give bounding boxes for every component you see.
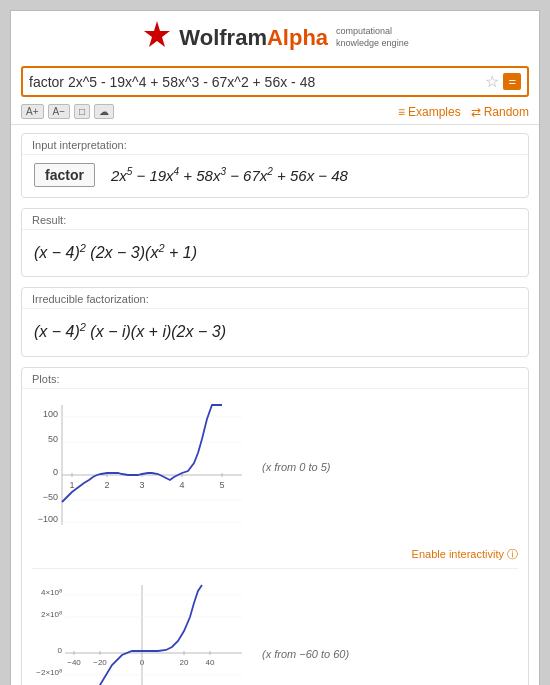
plots-label: Plots: [22, 368, 528, 389]
svg-text:0: 0 [53, 467, 58, 477]
plot2-range-label: (x from −60 to 60) [262, 648, 349, 660]
toolbar-right: ≡ Examples ⇄ Random [398, 105, 529, 119]
irreducible-expression: (x − 4)2 (x − i)(x + i)(2x − 3) [34, 317, 516, 345]
logo-alpha-text: Alpha [267, 25, 328, 51]
svg-text:−40: −40 [67, 658, 81, 667]
svg-text:4: 4 [179, 480, 184, 490]
toolbar-btn-plain[interactable]: □ [74, 104, 90, 119]
svg-text:0: 0 [58, 646, 63, 655]
plot2-area: 4×10⁸ 2×10⁸ 0 −2×10⁸ −4×10⁸ −6×10⁸ −40 −… [32, 575, 518, 685]
list-icon: ≡ [398, 105, 405, 119]
plot1-range-label: (x from 0 to 5) [262, 461, 330, 473]
search-bar: ☆ = [21, 66, 529, 97]
enable-interactivity-1[interactable]: Enable interactivity [22, 545, 528, 568]
irreducible-card: Irreducible factorization: (x − 4)2 (x −… [21, 287, 529, 356]
bookmark-icon[interactable]: ☆ [485, 72, 499, 91]
toolbar-btn-increase[interactable]: A+ [21, 104, 44, 119]
wolfram-star-icon [141, 19, 173, 56]
input-body: factor 2x5 − 19x4 + 58x3 − 67x2 + 56x − … [22, 155, 528, 197]
svg-text:2: 2 [104, 480, 109, 490]
logo-tagline: computational knowledge engine [336, 26, 409, 49]
result-body: (x − 4)2 (2x − 3)(x2 + 1) [22, 230, 528, 276]
svg-text:1: 1 [69, 480, 74, 490]
irreducible-label: Irreducible factorization: [22, 288, 528, 309]
result-expression: (x − 4)2 (2x − 3)(x2 + 1) [34, 238, 516, 266]
irreducible-body: (x − 4)2 (x − i)(x + i)(2x − 3) [22, 309, 528, 355]
plot2-svg: 4×10⁸ 2×10⁸ 0 −2×10⁸ −4×10⁸ −6×10⁸ −40 −… [32, 575, 252, 685]
factor-box: factor [34, 163, 95, 187]
input-interpretation: factor 2x5 − 19x4 + 58x3 − 67x2 + 56x − … [34, 163, 516, 187]
toolbar-left: A+ A− □ ☁ [21, 104, 114, 119]
search-input[interactable] [29, 74, 485, 90]
svg-text:−100: −100 [38, 514, 58, 524]
svg-text:−50: −50 [43, 492, 58, 502]
result-label: Result: [22, 209, 528, 230]
svg-text:100: 100 [43, 409, 58, 419]
svg-text:−2×10⁸: −2×10⁸ [36, 668, 62, 677]
svg-text:−20: −20 [93, 658, 107, 667]
random-link[interactable]: ⇄ Random [471, 105, 529, 119]
plot1-wrapper: 100 50 0 −50 −100 1 2 3 4 5 [22, 389, 528, 545]
svg-text:50: 50 [48, 434, 58, 444]
plot1-area: 100 50 0 −50 −100 1 2 3 4 5 [32, 395, 518, 539]
header: WolframAlpha computational knowledge eng… [11, 11, 539, 60]
search-icons: ☆ = [485, 72, 521, 91]
toolbar-btn-cloud[interactable]: ☁ [94, 104, 114, 119]
toolbar-btn-decrease[interactable]: A− [48, 104, 71, 119]
go-button[interactable]: = [503, 73, 521, 90]
svg-text:20: 20 [180, 658, 189, 667]
examples-link[interactable]: ≡ Examples [398, 105, 461, 119]
main-container: WolframAlpha computational knowledge eng… [10, 10, 540, 685]
plots-card: Plots: 100 50 0 −50 −100 [21, 367, 529, 685]
search-bar-container: ☆ = [11, 60, 539, 101]
input-expression: 2x5 − 19x4 + 58x3 − 67x2 + 56x − 48 [111, 166, 348, 184]
result-card: Result: (x − 4)2 (2x − 3)(x2 + 1) [21, 208, 529, 277]
logo: WolframAlpha computational knowledge eng… [141, 19, 408, 56]
svg-text:3: 3 [139, 480, 144, 490]
input-interpretation-card: Input interpretation: factor 2x5 − 19x4 … [21, 133, 529, 198]
plot1-svg: 100 50 0 −50 −100 1 2 3 4 5 [32, 395, 252, 539]
shuffle-icon: ⇄ [471, 105, 481, 119]
svg-text:40: 40 [206, 658, 215, 667]
content: Input interpretation: factor 2x5 − 19x4 … [11, 125, 539, 685]
logo-wolfram-text: Wolfram [179, 25, 267, 51]
svg-text:2×10⁸: 2×10⁸ [41, 610, 62, 619]
svg-marker-0 [144, 21, 170, 47]
svg-text:5: 5 [219, 480, 224, 490]
input-label: Input interpretation: [22, 134, 528, 155]
svg-text:4×10⁸: 4×10⁸ [41, 588, 62, 597]
plot2-wrapper: 4×10⁸ 2×10⁸ 0 −2×10⁸ −4×10⁸ −6×10⁸ −40 −… [22, 569, 528, 685]
toolbar: A+ A− □ ☁ ≡ Examples ⇄ Random [11, 101, 539, 125]
